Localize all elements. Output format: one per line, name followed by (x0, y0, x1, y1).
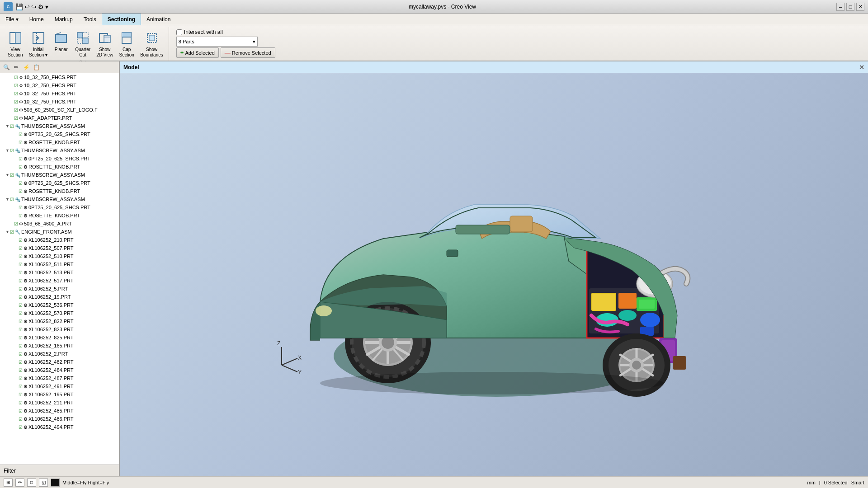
tree-checkbox[interactable]: ☑ (19, 408, 23, 413)
tree-item[interactable]: ☑⚙10_32_750_FHCS.PRT (0, 81, 119, 89)
menu-markup[interactable]: Markup (49, 14, 78, 25)
tree-item[interactable]: ☑⚙XL106252_570.PRT (0, 309, 119, 317)
initial-section-button[interactable]: InitialSection ▾ (27, 29, 49, 59)
tree-checkbox[interactable]: ☑ (19, 213, 23, 218)
action-tool-button[interactable]: ⚡ (22, 63, 31, 72)
tree-checkbox[interactable]: ☑ (10, 230, 14, 235)
tree-checkbox[interactable]: ☑ (19, 368, 23, 373)
tree-checkbox[interactable]: ☑ (14, 75, 18, 80)
tree-item[interactable]: ☑⚙XL106252_510.PRT (0, 252, 119, 260)
tree-item[interactable]: ☑⚙10_32_750_FHCS.PRT (0, 98, 119, 106)
parts-dropdown[interactable]: 8 Parts ▾ (176, 37, 258, 47)
minimize-button[interactable]: – (836, 3, 844, 11)
tree-checkbox[interactable]: ☑ (19, 417, 23, 422)
tree-checkbox[interactable]: ☑ (19, 392, 23, 397)
tree-checkbox[interactable]: ☑ (19, 319, 23, 324)
tree-item[interactable]: ▼☑🔩THUMBSCREW_ASSY.ASM (0, 171, 119, 179)
tree-checkbox[interactable]: ☑ (19, 238, 23, 243)
remove-selected-button[interactable]: — Remove Selected (221, 47, 275, 58)
search-tool-button[interactable]: 🔍 (2, 63, 11, 72)
tree-checkbox[interactable]: ☑ (19, 295, 23, 300)
tree-checkbox[interactable]: ☑ (19, 352, 23, 357)
tree-item[interactable]: ☑⚙XL106252_482.PRT (0, 358, 119, 366)
tree-checkbox[interactable]: ☑ (19, 425, 23, 430)
tree-item[interactable]: ☑⚙10_32_750_FHCS.PRT (0, 89, 119, 98)
tree-checkbox[interactable]: ☑ (19, 376, 23, 381)
tree-item[interactable]: ☑⚙XL106252_5.PRT (0, 285, 119, 293)
tree-item[interactable]: ☑⚙XL106252_825.PRT (0, 333, 119, 342)
tree-checkbox[interactable]: ☑ (14, 221, 18, 226)
tree-checkbox[interactable]: ☑ (19, 205, 23, 210)
tree-item[interactable]: ☑⚙XL106252_487.PRT (0, 374, 119, 382)
tree-checkbox[interactable]: ☑ (19, 164, 23, 169)
model-close-button[interactable]: ✕ (859, 64, 864, 71)
tree-item[interactable]: ☑⚙XL106252_823.PRT (0, 325, 119, 333)
tree-checkbox[interactable]: ☑ (19, 156, 23, 161)
tree-item[interactable]: ▼☑🔧ENGINE_FRONT.ASM (0, 228, 119, 236)
tree-item[interactable]: ☑⚙ROSETTE_KNOB.PRT (0, 163, 119, 171)
tree-checkbox[interactable]: ☑ (19, 246, 23, 251)
tree-checkbox[interactable]: ☑ (19, 311, 23, 316)
tree-item[interactable]: ☑⚙ROSETTE_KNOB.PRT (0, 211, 119, 220)
tree-item[interactable]: ☑⚙0PT25_20_625_SHCS.PRT (0, 203, 119, 211)
tree-checkbox[interactable]: ☑ (14, 91, 18, 96)
tree-item[interactable]: ☑⚙XL106252_822.PRT (0, 317, 119, 325)
show-boundaries-button[interactable]: ShowBoundaries (138, 29, 165, 59)
tree-checkbox[interactable]: ☑ (19, 140, 23, 145)
tree-item[interactable]: ▼☑🔩THUMBSCREW_ASSY.ASM (0, 146, 119, 155)
menu-sectioning[interactable]: Sectioning (102, 14, 141, 25)
tree-checkbox[interactable]: ☑ (14, 116, 18, 121)
tree-item[interactable]: ☑⚙0PT25_20_625_SHCS.PRT (0, 155, 119, 163)
expand-icon[interactable]: ▾ (45, 3, 48, 10)
tree-item[interactable]: ☑⚙ROSETTE_KNOB.PRT (0, 187, 119, 195)
menu-animation[interactable]: Animation (141, 14, 176, 25)
tree-item[interactable]: ☑⚙XL106252_19.PRT (0, 293, 119, 301)
tree-item[interactable]: ☑⚙0PT25_20_625_SHCS.PRT (0, 179, 119, 187)
tree-item[interactable]: ☑⚙XL106252_211.PRT (0, 399, 119, 407)
tree-checkbox[interactable]: ☑ (19, 335, 23, 340)
close-button[interactable]: ✕ (856, 3, 864, 11)
tree-checkbox[interactable]: ☑ (19, 360, 23, 365)
model-canvas[interactable]: Z X Y (120, 73, 868, 476)
maximize-button[interactable]: □ (846, 3, 854, 11)
tree-checkbox[interactable]: ☑ (19, 181, 23, 186)
menu-home[interactable]: Home (24, 14, 49, 25)
tree-checkbox[interactable]: ☑ (10, 197, 14, 202)
tree-item[interactable]: ☑⚙503_68_4600_A.PRT (0, 220, 119, 228)
planar-button[interactable]: Planar (51, 29, 71, 53)
menu-file[interactable]: File ▾ (0, 14, 24, 25)
tree-item[interactable]: ☑⚙XL106252_2.PRT (0, 350, 119, 358)
tree-item[interactable]: ▼☑🔩THUMBSCREW_ASSY.ASM (0, 195, 119, 203)
tree-checkbox[interactable]: ☑ (19, 132, 23, 137)
tree-item[interactable]: ☑⚙XL106252_507.PRT (0, 244, 119, 252)
settings-icon[interactable]: ⚙ (38, 3, 44, 10)
tree-item[interactable]: ☑⚙XL106252_484.PRT (0, 366, 119, 374)
tree-item[interactable]: ☑⚙10_32_750_FHCS.PRT (0, 73, 119, 81)
tree-item[interactable]: ☑⚙XL106252_536.PRT (0, 301, 119, 309)
tree-checkbox[interactable]: ☑ (19, 254, 23, 259)
tree-checkbox[interactable]: ☑ (19, 343, 23, 348)
tree-checkbox[interactable]: ☑ (19, 400, 23, 405)
menu-tools[interactable]: Tools (78, 14, 102, 25)
tree-checkbox[interactable]: ☑ (14, 83, 18, 88)
tree-checkbox[interactable]: ☑ (19, 286, 23, 291)
tree-checkbox[interactable]: ☑ (19, 384, 23, 389)
quarter-cut-button[interactable]: QuarterCut (73, 29, 93, 59)
undo-icon[interactable]: ↩ (24, 3, 30, 10)
tree-item[interactable]: ☑⚙XL106252_513.PRT (0, 268, 119, 277)
tree-item[interactable]: ☑⚙XL106252_511.PRT (0, 260, 119, 268)
redo-icon[interactable]: ↪ (31, 3, 37, 10)
tree-checkbox[interactable]: ☑ (10, 124, 14, 129)
tree-item[interactable]: ☑⚙ROSETTE_KNOB.PRT (0, 138, 119, 146)
clipboard-tool-button[interactable]: 📋 (32, 63, 41, 72)
tree-checkbox[interactable]: ☑ (10, 173, 14, 178)
tree-item[interactable]: ☑⚙XL106252_486.PRT (0, 415, 119, 423)
tree-checkbox[interactable]: ☑ (19, 278, 23, 283)
tree-item[interactable]: ☑⚙503_60_2500_SC_XLF_LOGO.F (0, 106, 119, 114)
tree-item[interactable]: ☑⚙XL106252_195.PRT (0, 390, 119, 399)
tree-item[interactable]: ☑⚙0PT25_20_625_SHCS.PRT (0, 130, 119, 138)
tree-checkbox[interactable]: ☑ (19, 189, 23, 194)
intersect-all-checkbox[interactable] (176, 29, 182, 35)
tree-checkbox[interactable]: ☑ (19, 270, 23, 275)
tree-item[interactable]: ☑⚙XL106252_165.PRT (0, 342, 119, 350)
